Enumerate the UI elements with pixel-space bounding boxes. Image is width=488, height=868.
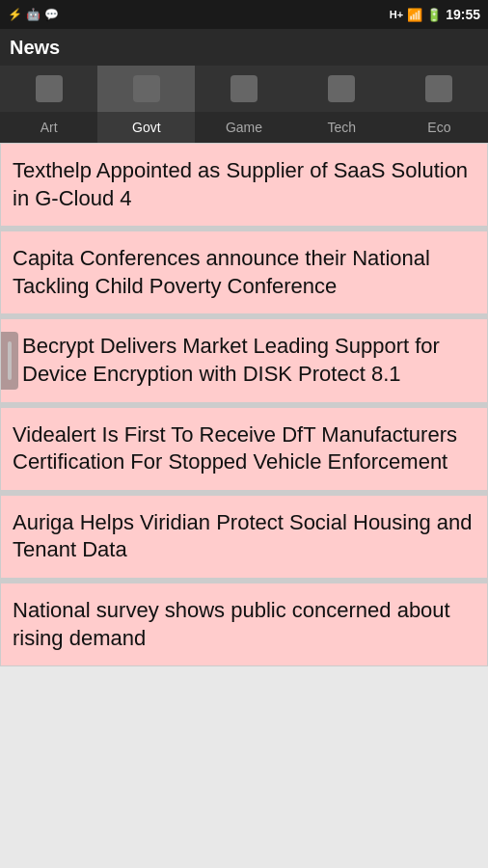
list-item[interactable]: Videalert Is First To Receive DfT Manufa… <box>0 407 488 491</box>
usb-icon: ⚡ <box>8 8 22 21</box>
tab-icon-tech[interactable] <box>293 66 391 112</box>
news-item-title: Videalert Is First To Receive DfT Manufa… <box>13 422 457 475</box>
tab-eco[interactable]: Eco <box>391 112 488 143</box>
battery-icon: 🔋 <box>426 8 442 22</box>
bbm-icon: 💬 <box>44 8 59 21</box>
tab-icon-art[interactable] <box>0 66 97 112</box>
news-item-title: Becrypt Delivers Market Leading Support … <box>13 333 475 388</box>
title-bar: News <box>0 29 488 66</box>
tab-icon-govt[interactable] <box>97 66 195 112</box>
news-item-title: Auriga Helps Viridian Protect Social Hou… <box>13 510 473 562</box>
tab-icon-eco[interactable] <box>391 66 488 112</box>
status-bar-left: ⚡ 🤖 💬 <box>8 8 59 21</box>
tab-labels-row: Art Govt Game Tech Eco <box>0 112 488 143</box>
tab-bar: Art Govt Game Tech Eco <box>0 66 488 143</box>
list-item[interactable]: Capita Conferences announce their Nation… <box>0 231 488 314</box>
tab-tech[interactable]: Tech <box>293 112 391 143</box>
news-item-title: National survey shows public concerned a… <box>13 598 450 650</box>
scroll-handle[interactable] <box>1 332 18 390</box>
tab-govt[interactable]: Govt <box>97 112 195 143</box>
status-time: 19:55 <box>446 7 480 22</box>
status-bar-right: H+ 📶 🔋 19:55 <box>390 7 480 22</box>
scroll-handle-line <box>8 341 12 380</box>
hplus-label: H+ <box>390 9 403 20</box>
list-item[interactable]: Texthelp Appointed as Supplier of SaaS S… <box>0 143 488 227</box>
news-list: Texthelp Appointed as Supplier of SaaS S… <box>0 143 488 868</box>
android-icon: 🤖 <box>26 8 41 21</box>
signal-icon: 📶 <box>407 8 422 22</box>
tab-game[interactable]: Game <box>195 112 292 143</box>
list-item[interactable]: National survey shows public concerned a… <box>0 583 488 666</box>
tab-icons-row <box>0 66 488 112</box>
news-item-title: Texthelp Appointed as Supplier of SaaS S… <box>13 158 468 210</box>
list-item[interactable]: Becrypt Delivers Market Leading Support … <box>0 318 488 402</box>
news-item-title: Capita Conferences announce their Nation… <box>13 246 430 298</box>
tab-art[interactable]: Art <box>0 112 97 143</box>
status-bar: ⚡ 🤖 💬 H+ 📶 🔋 19:55 <box>0 0 488 29</box>
page-title: News <box>10 37 60 59</box>
tab-icon-game[interactable] <box>195 66 292 112</box>
list-item[interactable]: Auriga Helps Viridian Protect Social Hou… <box>0 495 488 579</box>
